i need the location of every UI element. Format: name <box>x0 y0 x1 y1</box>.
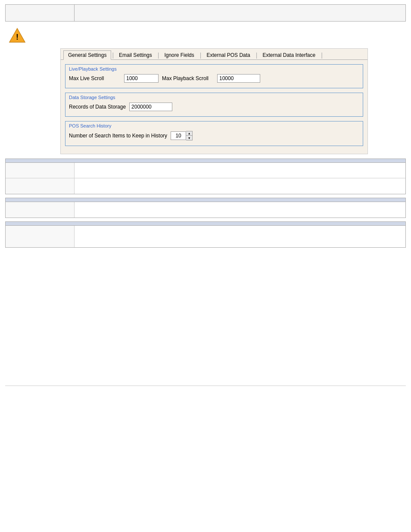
spinner-up-button[interactable]: ▲ <box>186 131 192 136</box>
tab-external-data-interface[interactable]: External Data Interface <box>258 50 320 59</box>
svg-text:!: ! <box>16 33 19 41</box>
settings-panel: General Settings | Email Settings | Igno… <box>60 48 368 154</box>
search-items-input[interactable] <box>171 131 186 140</box>
max-live-scroll-label: Max Live Scroll <box>69 75 121 81</box>
table-cell-left <box>6 202 75 218</box>
pos-search-section: POS Search History Number of Search Item… <box>65 121 363 146</box>
top-header-left <box>6 5 75 21</box>
table-header-1 <box>5 159 406 163</box>
tabs-row: General Settings | Email Settings | Igno… <box>61 49 367 60</box>
tab-email-settings[interactable]: Email Settings <box>114 50 157 59</box>
table-row <box>6 178 405 194</box>
table-cell-right <box>75 163 405 178</box>
max-playback-scroll-label: Max Playback Scroll <box>162 75 214 81</box>
tab-sep-5: | <box>321 52 323 59</box>
table-cell-left <box>6 178 75 194</box>
table-1 <box>5 163 406 194</box>
table-cell-right <box>75 178 405 194</box>
bottom-footer <box>5 386 406 388</box>
records-label: Records of Data Storage <box>69 104 126 110</box>
spinner-down-button[interactable]: ▼ <box>186 136 192 140</box>
tab-sep-3: | <box>200 52 202 59</box>
max-live-scroll-input[interactable] <box>124 74 159 83</box>
table-2 <box>5 202 406 218</box>
top-header <box>5 4 406 22</box>
table-row <box>6 226 405 247</box>
table-cell-right <box>75 202 405 218</box>
live-playback-section: Live/Playback Settings Max Live Scroll M… <box>65 64 363 88</box>
pos-search-title: POS Search History <box>69 123 359 128</box>
table-row <box>6 202 405 218</box>
spinner-buttons: ▲ ▼ <box>186 131 193 140</box>
data-storage-section: Data Storage Settings Records of Data St… <box>65 93 363 117</box>
live-playback-fields-row: Max Live Scroll Max Playback Scroll <box>69 74 359 83</box>
pos-search-fields-row: Number of Search Items to Keep in Histor… <box>69 131 359 140</box>
warning-area: ! <box>9 27 406 44</box>
warning-icon: ! <box>9 27 26 44</box>
table-cell-right <box>75 226 405 247</box>
max-playback-scroll-input[interactable] <box>217 74 260 83</box>
tab-sep-4: | <box>256 52 258 59</box>
table-3 <box>5 226 406 248</box>
tab-sep-2: | <box>158 52 159 59</box>
table-cell-left <box>6 226 75 247</box>
top-header-right <box>75 5 405 21</box>
table-cell-left <box>6 163 75 178</box>
bottom-area <box>5 159 406 248</box>
tab-general-settings[interactable]: General Settings <box>63 50 111 60</box>
table-row <box>6 163 405 178</box>
data-storage-fields-row: Records of Data Storage <box>69 103 359 111</box>
records-input[interactable] <box>129 103 172 111</box>
tab-external-pos-data[interactable]: External POS Data <box>202 50 255 59</box>
table-header-3 <box>5 221 406 226</box>
table-header-2 <box>5 198 406 202</box>
live-playback-title: Live/Playback Settings <box>69 66 359 72</box>
tab-sep-1: | <box>112 52 114 59</box>
search-items-spinner[interactable]: ▲ ▼ <box>171 131 193 140</box>
tab-ignore-fields[interactable]: Ignore Fields <box>159 50 199 59</box>
search-items-label: Number of Search Items to Keep in Histor… <box>69 133 167 139</box>
data-storage-title: Data Storage Settings <box>69 95 359 100</box>
